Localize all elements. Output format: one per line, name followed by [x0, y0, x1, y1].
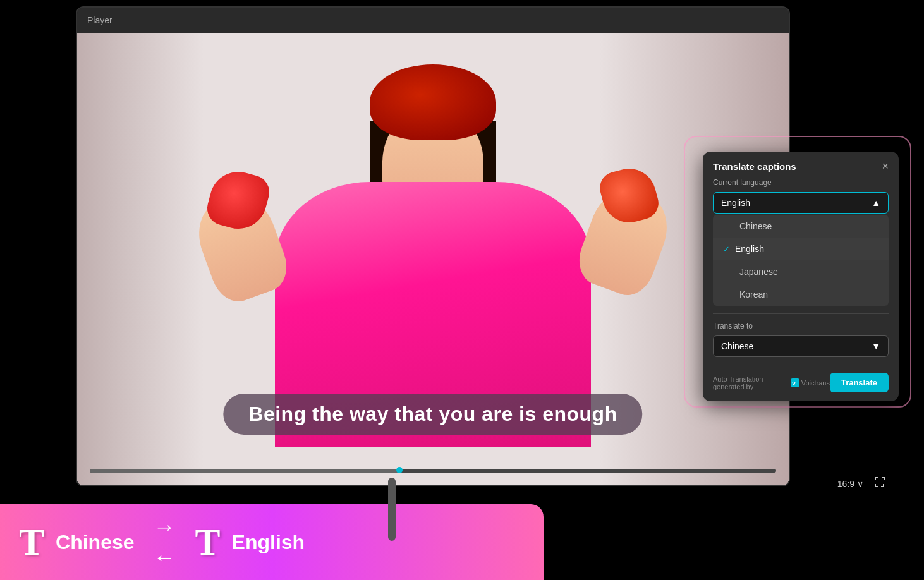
current-language-value: English: [721, 198, 750, 208]
brand-name: Voictrans: [801, 379, 830, 387]
translate-to-dropdown[interactable]: Chinese ▼: [713, 335, 889, 357]
translate-panel: Translate captions × Current language En…: [703, 152, 899, 401]
lang-option-english-label: English: [735, 244, 764, 254]
timeline-progress: [90, 469, 399, 473]
source-lang-name: Chinese: [56, 531, 134, 554]
arrow-right-icon: →: [154, 514, 176, 540]
target-lang-name: English: [232, 531, 305, 554]
target-t-icon: T: [195, 523, 221, 561]
credit-text: Auto Translation generated by V Voictran…: [713, 375, 830, 390]
check-icon: ✓: [723, 245, 730, 254]
bottom-bar-content: T Chinese → ← T English: [19, 514, 525, 571]
fullscreen-button[interactable]: [873, 476, 886, 492]
chevron-up-icon: ▲: [872, 198, 880, 208]
lang-option-chinese[interactable]: Chinese: [713, 215, 889, 238]
current-language-section: Current language English ▲ Chinese ✓ Eng…: [703, 178, 899, 313]
credit-label: Auto Translation generated by: [713, 375, 788, 390]
lang-option-korean-label: Korean: [739, 289, 768, 299]
chevron-down-icon: ▼: [872, 341, 880, 351]
svg-text:V: V: [792, 380, 796, 387]
voictrans-logo-icon: V: [791, 378, 799, 387]
target-lang-block: T English: [195, 523, 305, 561]
video-timeline[interactable]: [90, 469, 776, 473]
timeline-thumb[interactable]: [396, 467, 403, 473]
monitor-frame: Player Being the way that you are is eno…: [76, 6, 790, 486]
translate-to-label: Translate to: [713, 322, 889, 330]
aspect-ratio-chevron: ∨: [857, 479, 863, 489]
caption-text: Being the way that you are is enough: [248, 402, 617, 425]
lang-option-korean[interactable]: Korean: [713, 283, 889, 306]
caption-bar: Being the way that you are is enough: [223, 394, 642, 435]
panel-header: Translate captions ×: [703, 152, 899, 178]
translate-to-section: Translate to Chinese ▼: [703, 314, 899, 366]
lang-option-japanese-label: Japanese: [739, 267, 778, 277]
panel-footer: Auto Translation generated by V Voictran…: [703, 366, 899, 401]
translate-button[interactable]: Translate: [830, 373, 889, 392]
lang-option-english[interactable]: ✓ English: [713, 238, 889, 260]
current-language-dropdown[interactable]: English ▲: [713, 192, 889, 214]
shadow-left: [77, 33, 204, 485]
source-t-icon: T: [19, 523, 44, 561]
player-title: Player: [87, 15, 112, 25]
bottom-translation-bar: T Chinese → ← T English: [0, 504, 544, 580]
lang-option-japanese[interactable]: Japanese: [713, 260, 889, 283]
translate-to-value: Chinese: [721, 341, 753, 351]
aspect-ratio-label: 16:9: [837, 479, 854, 489]
figure-beret: [370, 64, 496, 140]
voictrans-logo: V Voictrans: [791, 378, 830, 387]
scrollbar[interactable]: [388, 478, 396, 541]
aspect-ratio-controls: 16:9 ∨: [837, 476, 886, 492]
titlebar: Player: [77, 8, 789, 33]
lang-option-chinese-label: Chinese: [739, 221, 772, 231]
current-language-label: Current language: [713, 178, 889, 187]
video-area: Being the way that you are is enough: [77, 33, 789, 485]
fullscreen-icon: [873, 476, 886, 488]
aspect-ratio-button[interactable]: 16:9 ∨: [837, 479, 863, 489]
panel-title: Translate captions: [713, 161, 796, 172]
source-lang-block: T Chinese: [19, 523, 135, 561]
arrows-block: → ←: [154, 514, 176, 571]
close-button[interactable]: ×: [882, 160, 889, 172]
arrow-left-icon: ←: [154, 544, 176, 571]
language-dropdown-list: Chinese ✓ English Japanese Korean: [713, 215, 889, 306]
